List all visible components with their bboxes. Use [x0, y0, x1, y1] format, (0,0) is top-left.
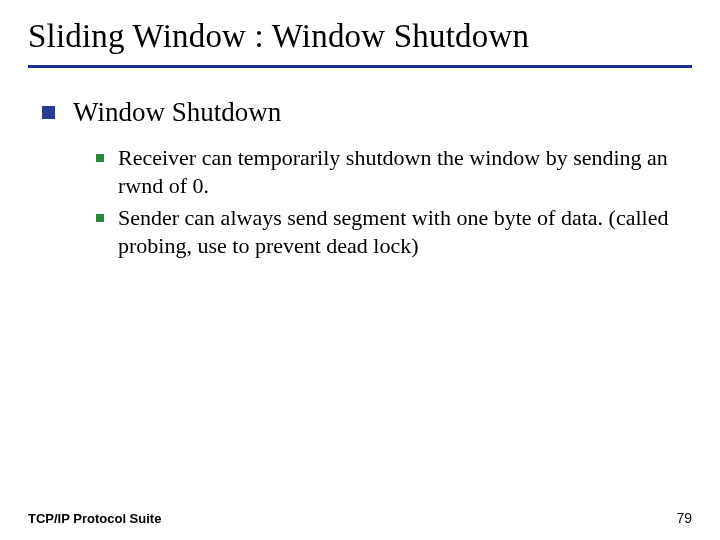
slide-footer: TCP/IP Protocol Suite 79	[28, 510, 692, 526]
title-underline	[28, 65, 692, 68]
slide-title: Sliding Window : Window Shutdown	[28, 18, 692, 55]
bullet-level2-text: Sender can always send segment with one …	[118, 204, 678, 260]
square-bullet-icon	[42, 106, 55, 119]
bullet-level2-text: Receiver can temporarily shutdown the wi…	[118, 144, 678, 200]
square-bullet-small-icon	[96, 154, 104, 162]
bullet-level1: Window Shutdown	[42, 96, 692, 130]
bullet-level1-text: Window Shutdown	[73, 96, 281, 130]
footer-source: TCP/IP Protocol Suite	[28, 511, 161, 526]
bullet-level2: Receiver can temporarily shutdown the wi…	[96, 144, 692, 200]
square-bullet-small-icon	[96, 214, 104, 222]
bullet-level2: Sender can always send segment with one …	[96, 204, 692, 260]
footer-page-number: 79	[676, 510, 692, 526]
bullet-level2-group: Receiver can temporarily shutdown the wi…	[96, 144, 692, 261]
slide: Sliding Window : Window Shutdown Window …	[0, 0, 720, 540]
